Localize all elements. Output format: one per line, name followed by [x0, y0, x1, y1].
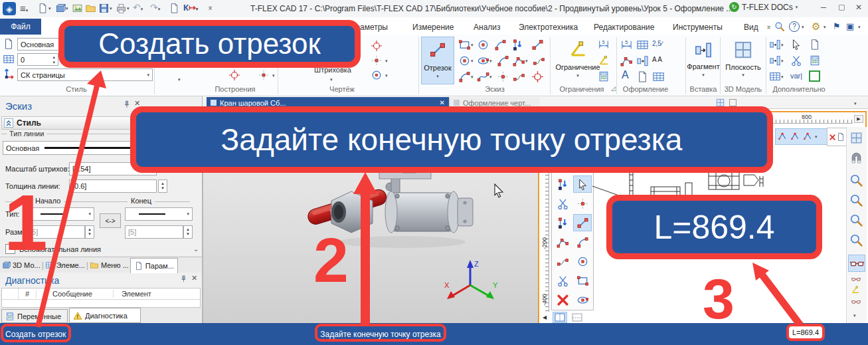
panel-tab-menu[interactable]: Меню ...	[90, 261, 129, 270]
tab-view[interactable]: Вид	[744, 23, 758, 32]
start-size-spinner[interactable]: ▲▼	[85, 225, 94, 239]
end-size-input[interactable]: [5]	[125, 225, 183, 239]
circle-a-dropdown-icon[interactable]: ▾	[385, 73, 388, 78]
snap-dropdown-icon[interactable]: ▾	[815, 134, 818, 139]
sketch-circle-icon[interactable]: ▾	[458, 55, 474, 67]
panel-tab-parameters[interactable]: Парам...	[130, 258, 178, 273]
app-logo-icon[interactable]: ◈	[3, 2, 16, 15]
swap-ends-button[interactable]: <->	[100, 213, 121, 228]
tab-editing[interactable]: Редактирование	[594, 23, 654, 32]
cancel-command-button[interactable]	[827, 128, 847, 146]
diagnostics-col-element[interactable]: Элемент	[114, 290, 151, 298]
minimize-button[interactable]: –	[821, 1, 826, 12]
diagnostics-col-message[interactable]: Сообщение	[37, 290, 114, 298]
customize-qat-button[interactable]: ⌅	[207, 3, 213, 12]
new-3d-document-button[interactable]: ▾	[54, 3, 68, 14]
bounding-box-icon[interactable]	[809, 70, 820, 82]
measure-tool-icon[interactable]	[790, 55, 802, 66]
ruler-scroll-down-icon[interactable]: ◀	[541, 313, 549, 321]
show-constraints-icon[interactable]	[849, 285, 861, 294]
snap-intersection-icon[interactable]	[802, 131, 814, 142]
tool-polyline-icon[interactable]	[553, 233, 572, 251]
hatch-dropdown-icon[interactable]: ▾	[330, 77, 333, 82]
undo-button[interactable]: ↶▾	[133, 2, 143, 13]
tab-file[interactable]: Файл	[0, 19, 41, 35]
construction-node-icon[interactable]	[228, 69, 240, 81]
collapse-ribbon-icon[interactable]: ⌅	[766, 23, 772, 31]
sketch-slant-line-icon[interactable]	[531, 39, 544, 51]
copy-add-icon[interactable]: ▾	[769, 55, 784, 66]
segment-big-button[interactable]: Отрезок ▾	[421, 37, 454, 84]
constraint-fix-icon[interactable]	[598, 55, 610, 66]
tabs-overflow-icon[interactable]: ▾	[854, 101, 857, 106]
tool-scissors-icon[interactable]	[553, 272, 572, 289]
fragment-big-button[interactable]: Фрагмент ▾	[688, 37, 719, 84]
tool-vertical-line-icon[interactable]	[553, 214, 572, 231]
tool-trim-icon[interactable]	[553, 195, 572, 212]
layer-combobox[interactable]: 0▴▾	[17, 53, 58, 66]
settings-gear-icon[interactable]: ⚙	[812, 21, 820, 33]
save-button[interactable]: ▾	[98, 3, 112, 14]
sketch-drop-line-icon[interactable]	[511, 39, 524, 51]
coordinate-axis-icon[interactable]	[3, 68, 15, 80]
sketch-polygon-icon[interactable]	[477, 39, 489, 51]
sketch-crosshair-icon[interactable]	[531, 70, 544, 83]
end-type-combobox[interactable]: ▾	[125, 207, 193, 221]
new-drawing-button[interactable]	[72, 3, 83, 14]
text-frame-icon[interactable]	[636, 70, 649, 83]
tool-offset-icon[interactable]	[553, 253, 572, 270]
variables-var-icon[interactable]: var|	[790, 72, 802, 80]
open-button[interactable]	[85, 3, 96, 14]
diagnostics-pin-icon[interactable]	[179, 275, 188, 283]
hide-construction-icon[interactable]	[848, 255, 865, 272]
tool-segment-icon[interactable]	[573, 214, 592, 231]
plane-big-button[interactable]: Плоскость ▾	[723, 37, 764, 84]
help-dropdown-icon[interactable]: ▾	[802, 25, 804, 29]
display-mode-icon[interactable]	[849, 297, 863, 306]
thickness-spinner[interactable]: ▲▼	[158, 179, 167, 193]
diagnostics-col-blank[interactable]	[2, 288, 19, 299]
snap-node-icon[interactable]	[777, 131, 788, 142]
tool-circle-icon[interactable]	[573, 253, 592, 270]
construction-line-dropdown-icon[interactable]: ▾	[272, 73, 275, 78]
page-setup-icon[interactable]	[849, 131, 863, 145]
document-tab-close-icon[interactable]: ✕	[440, 99, 445, 106]
tool-node-line-icon[interactable]	[553, 175, 572, 193]
panel-pin-icon[interactable]	[122, 100, 131, 109]
tool-arc-icon[interactable]	[573, 233, 592, 251]
page-layout-1-icon[interactable]	[553, 312, 567, 323]
ruler-scroll-right-icon[interactable]: ▶	[854, 115, 863, 123]
snap-midpoint-icon[interactable]	[790, 131, 801, 142]
constructions-dropdown-icon[interactable]: ▾	[178, 77, 181, 82]
diagnostics-col-num[interactable]: #	[19, 290, 37, 298]
text-style-icon[interactable]: A A	[652, 56, 662, 63]
zoom-previous-icon[interactable]	[849, 233, 863, 247]
view-label-icon[interactable]	[652, 70, 665, 83]
select-elements-icon[interactable]	[790, 39, 802, 51]
sketch-arc-icon[interactable]	[497, 55, 509, 67]
help-icon[interactable]: ?	[789, 21, 800, 32]
tab-variables[interactable]: Переменные	[1, 309, 68, 323]
page-layout-2-icon[interactable]	[570, 312, 584, 323]
window-small-icon[interactable]	[729, 99, 737, 106]
sketch-point-icon[interactable]	[497, 70, 509, 83]
close-button[interactable]: ✕	[855, 3, 862, 12]
calculator-icon[interactable]	[809, 55, 821, 66]
sketch-spline-icon[interactable]: ▾	[477, 70, 492, 83]
tool-ellipse-icon[interactable]	[573, 291, 592, 308]
tab-measure[interactable]: Измерение	[412, 23, 454, 32]
sketch-ellipse-icon[interactable]: ▾	[477, 55, 492, 67]
tool-rectangle-icon[interactable]	[573, 272, 592, 289]
datum-icon[interactable]	[636, 55, 649, 67]
sketch-arc3-icon[interactable]: ▾	[458, 70, 474, 83]
tab-analysis[interactable]: Анализ	[474, 23, 501, 32]
layers-icon[interactable]	[3, 53, 15, 65]
thickness-input[interactable]: [0.6]	[69, 179, 157, 193]
constraint-edit-icon[interactable]	[598, 70, 610, 82]
table-icon[interactable]	[636, 39, 649, 51]
panel-scroll-down-icon[interactable]: ⌄	[193, 245, 199, 253]
flag-icon[interactable]: ⚑	[833, 21, 841, 31]
end-size-spinner[interactable]: ▲▼	[183, 225, 193, 239]
window-layout-dropdown-icon[interactable]: ▾	[858, 25, 861, 29]
zoom-all-icon[interactable]	[849, 193, 863, 207]
